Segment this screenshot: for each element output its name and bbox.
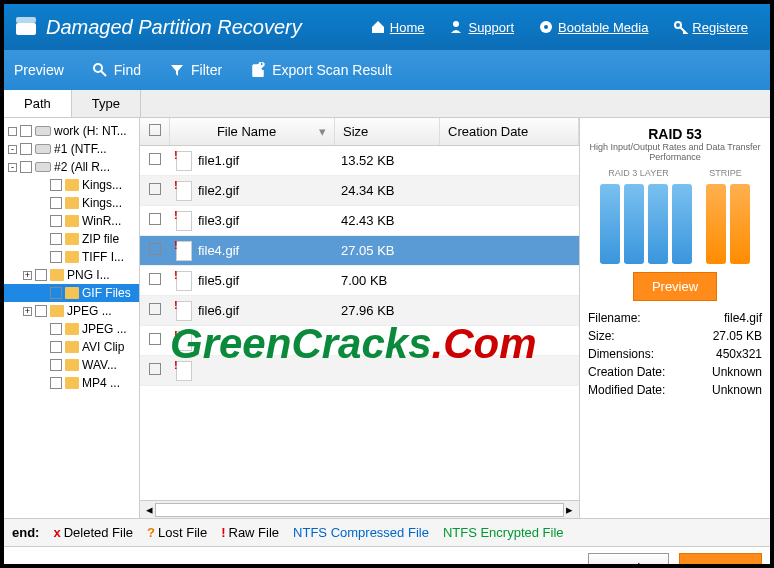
file-size: 7.00 KB	[335, 273, 440, 288]
preview-property: Modified Date:Unknown	[588, 381, 762, 399]
folder-tree[interactable]: work (H: NT...-#1 (NTF...-#2 (All R...Ki…	[4, 118, 140, 518]
register-link[interactable]: Registere	[672, 19, 748, 35]
preview-property: Dimensions:450x321	[588, 345, 762, 363]
file-name: file4.gif	[198, 243, 239, 258]
col-filename[interactable]: File Name▾	[170, 118, 335, 145]
tree-item[interactable]: +PNG I...	[4, 266, 139, 284]
tree-item[interactable]: -#1 (NTF...	[4, 140, 139, 158]
file-icon	[176, 181, 192, 201]
tree-checkbox[interactable]	[50, 359, 62, 371]
file-checkbox[interactable]	[149, 363, 161, 375]
tree-checkbox[interactable]	[50, 179, 62, 191]
expand-icon[interactable]: -	[8, 145, 17, 154]
save-button[interactable]: Save	[679, 553, 762, 569]
file-size: 42.43 KB	[335, 213, 440, 228]
export-button[interactable]: Export Scan Result	[250, 62, 392, 78]
tree-checkbox[interactable]	[50, 377, 62, 389]
file-row[interactable]	[140, 326, 579, 356]
preview-subtitle: High Input/Output Rates and Data Transfe…	[588, 142, 762, 162]
file-row[interactable]	[140, 356, 579, 386]
file-row[interactable]: file5.gif7.00 KB	[140, 266, 579, 296]
file-checkbox[interactable]	[149, 243, 161, 255]
tree-item[interactable]: GIF Files	[4, 284, 139, 302]
find-button[interactable]: Find	[92, 62, 141, 78]
tree-label: Kings...	[82, 196, 122, 210]
legend-label: end:	[12, 525, 39, 540]
preview-button[interactable]: Preview	[14, 62, 64, 78]
folder-icon	[65, 233, 79, 245]
tree-item[interactable]: work (H: NT...	[4, 122, 139, 140]
tree-checkbox[interactable]	[50, 251, 62, 263]
tree-label: MP4 ...	[82, 376, 120, 390]
tree-item[interactable]: WinR...	[4, 212, 139, 230]
preview-button-panel[interactable]: Preview	[633, 272, 717, 301]
file-checkbox[interactable]	[149, 183, 161, 195]
tree-checkbox[interactable]	[35, 305, 47, 317]
preview-title: RAID 53	[588, 126, 762, 142]
preview-property: Filename:file4.gif	[588, 309, 762, 327]
tree-item[interactable]: JPEG ...	[4, 320, 139, 338]
select-all-checkbox[interactable]	[149, 124, 161, 136]
tree-checkbox[interactable]	[20, 125, 32, 137]
status-text: 27.27 GB in 11142 files. Selected 0 B in…	[12, 561, 578, 568]
tree-item[interactable]: Kings...	[4, 194, 139, 212]
tree-label: Kings...	[82, 178, 122, 192]
tree-item[interactable]: TIFF I...	[4, 248, 139, 266]
tree-item[interactable]: WAV...	[4, 356, 139, 374]
tree-item[interactable]: ZIP file	[4, 230, 139, 248]
tree-checkbox[interactable]	[20, 161, 32, 173]
support-link[interactable]: Support	[448, 19, 514, 35]
tree-item[interactable]: MP4 ...	[4, 374, 139, 392]
file-row[interactable]: file4.gif27.05 KB	[140, 236, 579, 266]
tree-checkbox[interactable]	[50, 197, 62, 209]
file-checkbox[interactable]	[149, 273, 161, 285]
home-link[interactable]: Home	[370, 19, 425, 35]
col-date[interactable]: Creation Date	[440, 118, 579, 145]
expand-icon[interactable]: -	[8, 163, 17, 172]
svg-rect-0	[16, 23, 36, 35]
file-row[interactable]: file1.gif13.52 KB	[140, 146, 579, 176]
legend-item: NTFS Compressed File	[293, 525, 429, 540]
svg-rect-1	[16, 17, 36, 23]
expand-icon[interactable]	[8, 127, 17, 136]
tree-checkbox[interactable]	[50, 287, 62, 299]
search-icon	[92, 62, 108, 78]
tab-type[interactable]: Type	[72, 90, 141, 117]
bootable-link[interactable]: Bootable Media	[538, 19, 648, 35]
tree-item[interactable]: Kings...	[4, 176, 139, 194]
file-icon	[176, 331, 192, 351]
tree-label: TIFF I...	[82, 250, 124, 264]
file-name: file2.gif	[198, 183, 239, 198]
back-button[interactable]: Back	[588, 553, 669, 569]
file-row[interactable]: file6.gif27.96 KB	[140, 296, 579, 326]
folder-icon	[35, 144, 51, 154]
file-row[interactable]: file3.gif42.43 KB	[140, 206, 579, 236]
expand-icon[interactable]: +	[23, 307, 32, 316]
horizontal-scrollbar[interactable]: ◂▸	[140, 500, 579, 518]
expand-icon[interactable]: +	[23, 271, 32, 280]
file-checkbox[interactable]	[149, 303, 161, 315]
file-checkbox[interactable]	[149, 333, 161, 345]
tree-checkbox[interactable]	[50, 215, 62, 227]
tree-checkbox[interactable]	[20, 143, 32, 155]
tree-item[interactable]: +JPEG ...	[4, 302, 139, 320]
file-checkbox[interactable]	[149, 153, 161, 165]
tree-label: GIF Files	[82, 286, 131, 300]
tree-tabs: Path Type	[4, 90, 770, 118]
tree-item[interactable]: -#2 (All R...	[4, 158, 139, 176]
filter-button[interactable]: Filter	[169, 62, 222, 78]
tree-checkbox[interactable]	[50, 341, 62, 353]
tree-checkbox[interactable]	[50, 233, 62, 245]
tree-checkbox[interactable]	[35, 269, 47, 281]
col-size[interactable]: Size	[335, 118, 440, 145]
tree-label: #2 (All R...	[54, 160, 110, 174]
file-name: file3.gif	[198, 213, 239, 228]
file-checkbox[interactable]	[149, 213, 161, 225]
tree-item[interactable]: AVI Clip	[4, 338, 139, 356]
tab-path[interactable]: Path	[4, 90, 72, 117]
tree-label: JPEG ...	[82, 322, 127, 336]
preview-property: Creation Date:Unknown	[588, 363, 762, 381]
folder-icon	[65, 197, 79, 209]
file-row[interactable]: file2.gif24.34 KB	[140, 176, 579, 206]
tree-checkbox[interactable]	[50, 323, 62, 335]
